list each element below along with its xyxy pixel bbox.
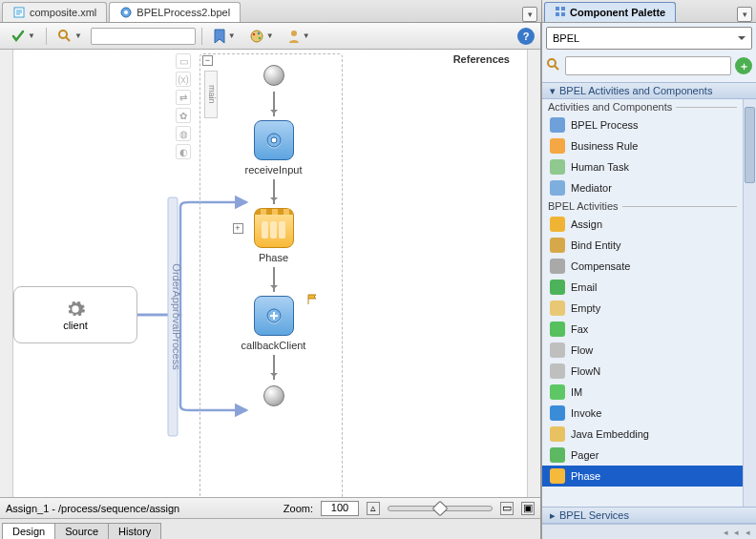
palette-item-icon bbox=[550, 405, 565, 421]
palette-item-label: IM bbox=[571, 386, 582, 398]
palette-item[interactable]: Human Task bbox=[542, 156, 743, 177]
palette-item-label: Assign bbox=[571, 218, 602, 230]
palette-scrollbar[interactable] bbox=[743, 99, 756, 507]
palette-item-label: Fax bbox=[571, 323, 588, 335]
palette-item-label: Phase bbox=[571, 470, 600, 482]
expand-icon[interactable]: ▭ bbox=[176, 53, 191, 69]
svg-point-7 bbox=[59, 31, 67, 38]
palette-item-icon bbox=[550, 217, 565, 232]
zoom-full-button[interactable]: ▣ bbox=[521, 502, 535, 515]
palette-add-button[interactable]: ＋ bbox=[735, 57, 752, 74]
gear-icon bbox=[65, 299, 86, 320]
var-x-icon[interactable]: (x) bbox=[176, 72, 191, 87]
link-icon[interactable]: ⇄ bbox=[176, 90, 191, 105]
validate-button[interactable]: ▼ bbox=[6, 26, 40, 47]
node-label: Phase bbox=[259, 252, 288, 263]
find-button[interactable]: ▼ bbox=[52, 26, 87, 47]
svg-point-9 bbox=[253, 32, 255, 34]
source-tab-bar: Design Source History bbox=[0, 518, 540, 539]
palette-group-header: BPEL Activities bbox=[542, 198, 743, 214]
svg-rect-18 bbox=[270, 221, 277, 238]
xml-icon bbox=[12, 6, 26, 19]
palette-tab-bar: Component Palette ▾ bbox=[541, 0, 756, 23]
canvas-mini-toolbar: ▭ (x) ⇄ ✿ ◍ ◐ bbox=[176, 53, 191, 159]
tab-bpel[interactable]: BPELProcess2.bpel bbox=[109, 2, 241, 22]
palette-item-icon bbox=[550, 426, 565, 442]
palette-item[interactable]: Business Rule bbox=[542, 135, 743, 156]
world-icon[interactable]: ◍ bbox=[176, 126, 191, 141]
palette-item[interactable]: Java Embedding bbox=[542, 424, 743, 445]
palette-resize-grip[interactable]: ◂ ◂ ◂ bbox=[542, 524, 756, 539]
tab-label: composite.xml bbox=[30, 7, 96, 18]
bpel-canvas[interactable]: References OrderApprovalProcess ▭ (x) ⇄ … bbox=[13, 50, 527, 497]
event-icon[interactable]: ◐ bbox=[176, 144, 191, 159]
collapse-process-button[interactable]: − bbox=[202, 55, 213, 66]
search-icon bbox=[546, 57, 561, 74]
palette-item-icon bbox=[550, 468, 565, 484]
tab-design[interactable]: Design bbox=[2, 523, 55, 539]
palette-item[interactable]: Bind Entity bbox=[542, 235, 743, 256]
palette-item[interactable]: Flow bbox=[542, 340, 743, 361]
palette-item[interactable]: Pager bbox=[542, 445, 743, 466]
callback-client-node[interactable]: callbackClient bbox=[242, 296, 306, 351]
svg-point-21 bbox=[548, 59, 556, 67]
palette-item-label: FlowN bbox=[571, 365, 600, 377]
palette-item[interactable]: FlowN bbox=[542, 361, 743, 382]
palette-item-icon bbox=[550, 117, 565, 133]
editor-dock-button[interactable]: ▾ bbox=[522, 7, 537, 22]
flow-arrow bbox=[273, 92, 275, 116]
phase-node[interactable]: + Phase bbox=[254, 208, 294, 263]
zoom-fit-button[interactable]: ▭ bbox=[500, 502, 514, 515]
gear-icon[interactable]: ✿ bbox=[176, 108, 191, 123]
client-partner-link[interactable]: client bbox=[13, 286, 137, 343]
palette-item[interactable]: Empty bbox=[542, 298, 743, 319]
svg-point-12 bbox=[291, 31, 297, 36]
palette-item[interactable]: IM bbox=[542, 382, 743, 403]
palette-item-label: Compensate bbox=[571, 260, 630, 272]
tab-composite[interactable]: composite.xml bbox=[2, 2, 107, 22]
tab-component-palette[interactable]: Component Palette bbox=[544, 2, 676, 22]
palette-item-icon bbox=[550, 363, 565, 379]
palette-item-label: Empty bbox=[571, 302, 600, 314]
zoom-stepper[interactable]: ▵ bbox=[367, 502, 380, 515]
main-scope-tab[interactable]: main bbox=[204, 71, 218, 118]
palette-item[interactable]: Phase bbox=[542, 466, 743, 487]
bookmark-button[interactable]: ▼ bbox=[208, 26, 241, 47]
palette-group-header: Activities and Components bbox=[542, 99, 743, 114]
palette-item[interactable]: Invoke bbox=[542, 403, 743, 424]
tab-history[interactable]: History bbox=[108, 523, 161, 539]
zoom-value[interactable]: 100 bbox=[321, 501, 359, 516]
client-label: client bbox=[63, 320, 88, 331]
palette-item-label: Email bbox=[571, 281, 598, 293]
flow-arrow bbox=[273, 179, 275, 204]
section-bpel-act-comp[interactable]: ▾BPEL Activities and Components bbox=[542, 82, 756, 99]
zoom-slider[interactable] bbox=[388, 506, 493, 511]
editor-pane: ▼ ▼ ▼ ▼ ▼ ? bbox=[0, 23, 541, 539]
palette-item[interactable]: BPEL Process bbox=[542, 114, 743, 135]
user-button[interactable]: ▼ bbox=[283, 26, 315, 47]
svg-rect-19 bbox=[279, 221, 285, 238]
section-bpel-services[interactable]: ▸BPEL Services bbox=[542, 507, 756, 524]
tab-source[interactable]: Source bbox=[54, 523, 109, 539]
palette-dock-button[interactable]: ▾ bbox=[737, 7, 752, 22]
palette-item[interactable]: Assign bbox=[542, 214, 743, 235]
flow-arrow bbox=[273, 355, 275, 380]
palette-item[interactable]: Email bbox=[542, 277, 743, 298]
start-node[interactable] bbox=[263, 65, 284, 86]
palette-category-select[interactable]: BPEL bbox=[546, 27, 752, 50]
palette-item-label: BPEL Process bbox=[571, 119, 639, 131]
expand-phase-button[interactable]: + bbox=[233, 223, 243, 234]
search-input[interactable] bbox=[91, 28, 196, 45]
palette-button[interactable]: ▼ bbox=[244, 26, 279, 47]
help-button[interactable]: ? bbox=[517, 28, 535, 45]
canvas-scrollbar[interactable] bbox=[527, 50, 540, 497]
receive-input-node[interactable]: receiveInput bbox=[245, 120, 303, 176]
palette-item[interactable]: Fax bbox=[542, 319, 743, 340]
palette-item-label: Flow bbox=[571, 344, 593, 356]
svg-rect-3 bbox=[556, 7, 559, 10]
end-node[interactable] bbox=[263, 385, 284, 406]
svg-rect-6 bbox=[561, 12, 565, 16]
palette-item[interactable]: Compensate bbox=[542, 256, 743, 277]
palette-item[interactable]: Mediator bbox=[542, 177, 743, 198]
palette-search-input[interactable] bbox=[565, 56, 731, 75]
